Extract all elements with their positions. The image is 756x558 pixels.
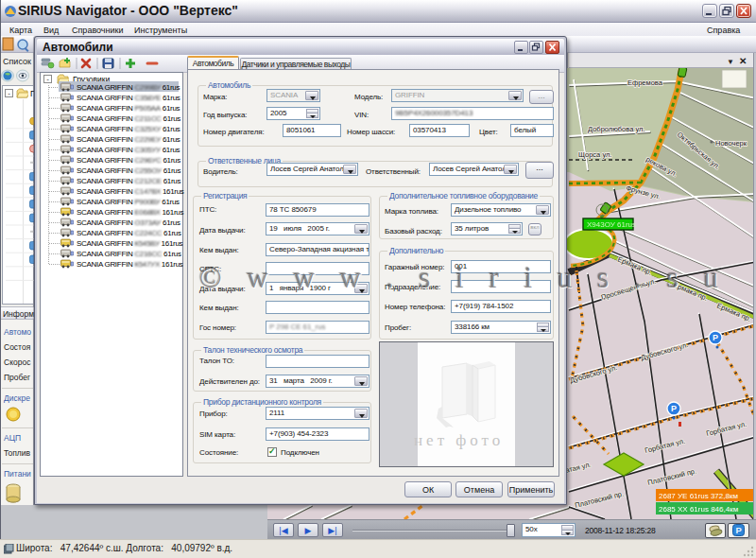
- svg-text:Х943ОУ 61rus: Х943ОУ 61rus: [587, 220, 636, 229]
- svg-text:Новочерк: Новочерк: [715, 139, 747, 148]
- svg-text:P: P: [671, 404, 677, 413]
- svg-text:2685 ХХ 61rus 846,4км: 2685 ХХ 61rus 846,4км: [659, 505, 738, 514]
- svg-text:Щорса ул.: Щорса ул.: [578, 150, 611, 159]
- svg-text:P: P: [713, 333, 718, 342]
- svg-text:Ефремова: Ефремова: [627, 78, 663, 87]
- svg-text:Добролюбова ул.: Добролюбова ул.: [588, 125, 644, 133]
- svg-text:2687 УЕ 61rus 372,8км: 2687 УЕ 61rus 372,8км: [659, 492, 738, 500]
- svg-text:P: P: [736, 525, 743, 535]
